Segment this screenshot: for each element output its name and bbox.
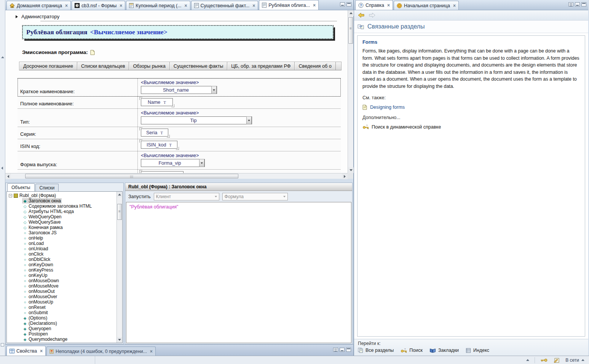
tree-item[interactable]: (Declarations) — [8, 321, 122, 326]
tree-item[interactable]: Заголовок JS — [8, 230, 122, 235]
tab-welcome-page[interactable]: Начальная страница × — [394, 1, 459, 10]
form-tab[interactable]: Сведения об о — [295, 62, 335, 70]
tree-item[interactable]: onKeyPress — [8, 267, 122, 273]
tree-item[interactable]: Queryopen — [8, 326, 122, 331]
form-canvas[interactable]: Администратору Рублёвая облигация <Вычис… — [5, 10, 348, 173]
tab-material-fact[interactable]: Существенный факт... × — [191, 1, 259, 10]
tree-item[interactable]: Содержимое заголовка HTML — [8, 203, 122, 209]
form-field-row[interactable]: Полное наименование: Name T — [18, 97, 341, 109]
maximize-icon[interactable] — [346, 2, 351, 6]
scroll-down-icon[interactable] — [348, 167, 354, 173]
form-field-row[interactable]: Серия: Seria T — [18, 127, 341, 139]
tree-item[interactable]: onKeyDown — [8, 262, 122, 267]
scroll-up-icon[interactable] — [348, 10, 354, 16]
horizontal-splitter[interactable] — [5, 179, 353, 183]
goto-index[interactable]: Индекс — [466, 348, 489, 353]
tree-root-row[interactable]: − Rubl_obl (Форма) — [8, 193, 122, 198]
tree-item[interactable]: onHelp — [8, 235, 122, 241]
admin-section-row[interactable]: Администратору — [11, 10, 348, 19]
close-icon[interactable]: × — [65, 3, 68, 8]
tree-item[interactable]: (Options) — [8, 315, 122, 321]
tree-item[interactable]: Конечная рамка — [8, 225, 122, 230]
Name[interactable]: Name T — [141, 98, 173, 106]
tab-home[interactable]: Домашняя страница × — [6, 1, 71, 10]
scroll-right-icon[interactable] — [342, 173, 348, 179]
minimize-icon[interactable] — [340, 2, 345, 6]
run-language-select[interactable]: Формула — [222, 193, 288, 200]
tree-item[interactable]: onMouseUp — [8, 299, 122, 305]
tree-scrollbar[interactable] — [117, 192, 122, 343]
form-title-banner[interactable]: Рублёвая облигация <Вычисляемое значение… — [22, 25, 334, 39]
close-icon[interactable]: × — [313, 3, 316, 8]
maximize-icon[interactable] — [581, 2, 586, 6]
minimize-icon[interactable] — [340, 348, 345, 352]
tab-help[interactable]: ? Справка × — [355, 0, 393, 10]
maximize-icon[interactable] — [346, 348, 351, 352]
ISIN_kod[interactable]: ISIN_kod T — [141, 141, 177, 149]
close-icon[interactable]: × — [387, 3, 390, 8]
goto-item-label[interactable]: Закладки — [438, 348, 459, 353]
tree-scroll-thumb[interactable] — [117, 204, 122, 220]
vertical-scroll-thumb[interactable] — [348, 17, 353, 44]
tab-properties[interactable]: Свойства × — [6, 346, 46, 356]
strip-left-arrow-icon[interactable] — [1, 167, 3, 170]
Tip[interactable]: Tip — [141, 116, 252, 124]
goto-all-topics[interactable]: Все разделы — [358, 348, 394, 353]
tree-item[interactable]: onDblClick — [8, 257, 122, 262]
formula-editor[interactable]: "Рублёвая облигация" — [126, 202, 351, 343]
document-icon[interactable] — [90, 50, 95, 55]
collapse-minus-icon[interactable]: − — [9, 194, 12, 197]
tab-lists[interactable]: Списки — [35, 184, 59, 191]
goto-item-label[interactable]: Все разделы — [366, 348, 394, 353]
scroll-up-icon[interactable] — [117, 192, 122, 197]
key-icon[interactable] — [540, 358, 548, 362]
horizontal-scroll-thumb[interactable]: ||| — [25, 174, 238, 178]
tab-objects[interactable]: Объекты — [7, 183, 35, 191]
strip-up-arrow-icon[interactable] — [1, 56, 4, 58]
form-tab[interactable]: Существенные факты — [170, 62, 228, 70]
form-tab[interactable]: ЦБ, обр. за пределами РФ — [227, 62, 295, 70]
tree-item[interactable]: Querymodechange — [8, 337, 122, 342]
forward-arrow-icon[interactable] — [369, 13, 375, 18]
close-icon[interactable]: × — [40, 348, 43, 354]
online-status[interactable]: В сети — [565, 358, 584, 363]
form-field-row[interactable]: Форма выпуска: <Вычисляемое значение> Fo… — [18, 151, 341, 170]
view-menu-icon[interactable] — [333, 348, 338, 352]
tree-item[interactable]: onReset — [8, 305, 122, 310]
form-tab[interactable]: Списки владельцев — [77, 62, 129, 70]
tree-item[interactable]: onLoad — [8, 241, 122, 246]
form-field-row[interactable]: Номинальная стоимость: Nom_stoim # — [18, 170, 341, 173]
status-popup-arrow-icon[interactable] — [526, 359, 529, 361]
goto-search[interactable]: ? Поиск — [401, 348, 423, 353]
see-also-link-row[interactable]: Designing forms — [362, 105, 580, 110]
tree-item[interactable]: Postopen — [8, 331, 122, 337]
tab-problems[interactable]: Неполадки (4 ошибок, 0 предупреждени... … — [46, 347, 156, 356]
tab-ruble-bond[interactable]: Рублёвая облига... × — [259, 0, 319, 10]
Forma_vip[interactable]: Forma_vip — [141, 159, 205, 167]
form-field-row[interactable]: Тип: <Вычисляемое значение> Tip — [18, 109, 341, 127]
close-icon[interactable]: × — [453, 3, 456, 8]
editor-horizontal-scrollbar[interactable]: ||| — [5, 173, 348, 179]
dynamic-help-link[interactable]: Поиск в динамической справке — [372, 124, 441, 130]
Short_name[interactable]: Short_name — [141, 86, 217, 94]
designing-forms-link[interactable]: Designing forms — [370, 105, 405, 110]
form-tab[interactable]: Досрочное погашение — [19, 62, 77, 70]
scroll-down-icon[interactable] — [117, 337, 122, 343]
tree-item[interactable]: onMouseOut — [8, 289, 122, 294]
goto-item-label[interactable]: Индекс — [473, 348, 489, 353]
Seria[interactable]: Seria T — [141, 129, 168, 137]
dropdown-arrow-icon[interactable] — [246, 116, 252, 124]
editor-vertical-scrollbar[interactable] — [348, 10, 353, 173]
view-menu-icon[interactable] — [568, 2, 573, 6]
dynamic-help-row[interactable]: ? Поиск в динамической справке — [362, 124, 580, 130]
collapsed-arrow-icon[interactable] — [16, 15, 18, 18]
tree-item[interactable]: WebQuerySave — [8, 219, 122, 225]
tree-item[interactable]: WebQueryOpen — [8, 214, 122, 219]
tree-item[interactable]: onUnload — [8, 246, 122, 251]
tree-item[interactable]: onMouseMove — [8, 283, 122, 289]
run-client-select[interactable]: Клиент — [154, 193, 219, 200]
tab-coupon-period[interactable]: Купонный период (... × — [126, 1, 190, 10]
signature-icon[interactable] — [553, 358, 560, 363]
close-icon[interactable]: × — [252, 3, 255, 8]
close-icon[interactable]: × — [185, 3, 187, 8]
